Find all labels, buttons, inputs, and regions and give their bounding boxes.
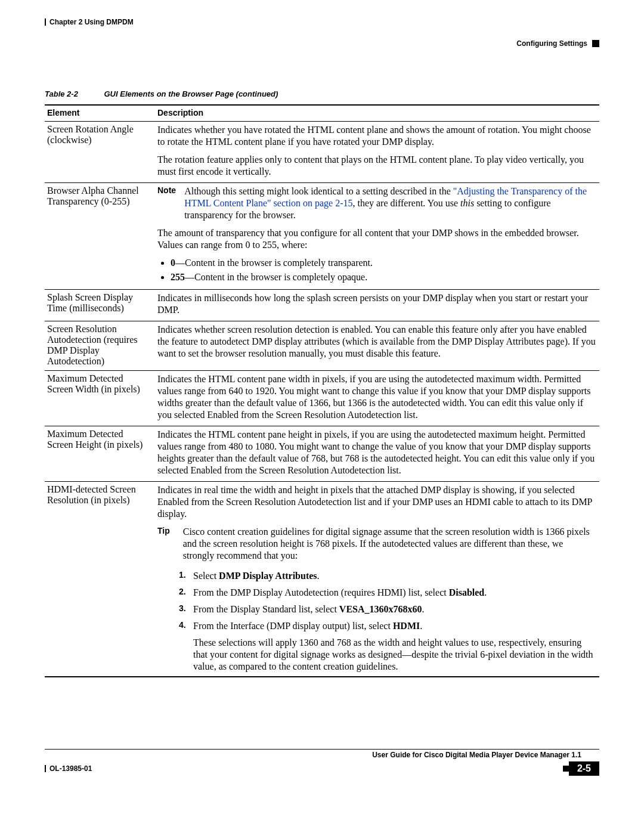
- element-cell: Splash Screen Display Time (milliseconds…: [45, 290, 155, 321]
- footer-left: OL-13985-01: [45, 764, 92, 773]
- paragraph: Indicates whether screen resolution dete…: [157, 324, 596, 360]
- table-row: Maximum Detected Screen Width (in pixels…: [45, 371, 599, 426]
- list-item: From the Display Standard list, select V…: [157, 603, 596, 615]
- running-head-right: Configuring Settings: [516, 39, 599, 48]
- bullet-text: —Content in the browser is completely tr…: [175, 258, 373, 268]
- note-emphasis: this: [460, 198, 474, 208]
- note-block: Note Although this setting might look id…: [157, 185, 596, 221]
- head-bar-icon: [45, 18, 46, 26]
- note-text: Although this setting might look identic…: [184, 186, 453, 196]
- note-body: Although this setting might look identic…: [184, 185, 596, 221]
- header-description: Description: [155, 105, 599, 122]
- table-row: Maximum Detected Screen Height (in pixel…: [45, 426, 599, 482]
- element-cell: Browser Alpha Channel Transparency (0-25…: [45, 183, 155, 290]
- paragraph: Indicates in milliseconds how long the s…: [157, 292, 596, 316]
- bullet-bold: 255: [171, 272, 185, 282]
- table-row: Browser Alpha Channel Transparency (0-25…: [45, 183, 599, 290]
- element-cell: Screen Rotation Angle (clockwise): [45, 122, 155, 183]
- step-text: From the Display Standard list, select: [193, 604, 339, 614]
- list-item: 255—Content in the browser is completely…: [171, 271, 596, 283]
- footer-book-title: User Guide for Cisco Digital Media Playe…: [45, 751, 599, 759]
- step-text: From the DMP Display Autodetection (requ…: [193, 587, 449, 597]
- bullet-text: —Content in the browser is completely op…: [185, 272, 367, 282]
- tip-body: Cisco content creation guidelines for di…: [183, 526, 596, 562]
- element-cell: Maximum Detected Screen Height (in pixel…: [45, 426, 155, 482]
- paragraph: The amount of transparency that you conf…: [157, 227, 596, 251]
- table-row: Splash Screen Display Time (milliseconds…: [45, 290, 599, 321]
- element-cell: Maximum Detected Screen Width (in pixels…: [45, 371, 155, 426]
- page-container: Chapter 2 Using DMPDM Configuring Settin…: [0, 0, 644, 800]
- description-cell: Indicates in real time the width and hei…: [155, 482, 599, 677]
- description-cell: Indicates the HTML content pane width in…: [155, 371, 599, 426]
- note-text: , they are different. You use: [352, 198, 460, 208]
- head-square-icon: [592, 40, 599, 47]
- page-number-badge: 2-5: [569, 761, 599, 776]
- description-cell: Note Although this setting might look id…: [155, 183, 599, 290]
- step-text: .: [420, 621, 422, 631]
- step-bold: Disabled: [449, 587, 485, 597]
- footer-right: 2-5: [563, 761, 599, 776]
- paragraph: Indicates whether you have rotated the H…: [157, 124, 596, 148]
- description-cell: Indicates whether screen resolution dete…: [155, 321, 599, 371]
- step-text: Select: [193, 571, 219, 581]
- description-cell: Indicates whether you have rotated the H…: [155, 122, 599, 183]
- note-label: Note: [157, 185, 176, 221]
- step-bold: DMP Display Attributes: [219, 571, 317, 581]
- ordered-steps: Select DMP Display Attributes. From the …: [157, 570, 596, 632]
- running-head-row2: Configuring Settings: [45, 26, 599, 48]
- table-row: HDMI-detected Screen Resolution (in pixe…: [45, 482, 599, 677]
- list-item: 0—Content in the browser is completely t…: [171, 257, 596, 269]
- elements-table: Element Description Screen Rotation Angl…: [45, 104, 599, 677]
- element-cell: Screen Resolution Autodetection (require…: [45, 321, 155, 371]
- table-row: Screen Rotation Angle (clockwise) Indica…: [45, 122, 599, 183]
- tip-label: Tip: [157, 526, 170, 562]
- step-text: From the Interface (DMP display output) …: [193, 621, 393, 631]
- header-element: Element: [45, 105, 155, 122]
- list-item: From the Interface (DMP display output) …: [157, 620, 596, 632]
- running-head-left: Chapter 2 Using DMPDM: [45, 18, 134, 26]
- footer-square-icon: [563, 766, 569, 772]
- table-number: Table 2-2: [45, 89, 78, 98]
- table-title: GUI Elements on the Browser Page (contin…: [104, 89, 278, 98]
- footer-bar-icon: [45, 765, 46, 772]
- paragraph: Indicates the HTML content pane width in…: [157, 373, 596, 421]
- step-bold: VESA_1360x768x60: [339, 604, 422, 614]
- table-header-row: Element Description: [45, 105, 599, 122]
- step-text: .: [422, 604, 425, 614]
- bullet-bold: 0: [171, 258, 175, 268]
- step-bold: HDMI: [393, 621, 420, 631]
- step-text: .: [317, 571, 320, 581]
- description-cell: Indicates in milliseconds how long the s…: [155, 290, 599, 321]
- table-caption: Table 2-2 GUI Elements on the Browser Pa…: [45, 89, 599, 98]
- footer-rule: [45, 749, 599, 750]
- paragraph: Indicates in real time the width and hei…: [157, 484, 596, 520]
- footer-doc-number: OL-13985-01: [49, 764, 92, 773]
- chapter-label: Chapter 2 Using DMPDM: [49, 18, 134, 26]
- page-footer: User Guide for Cisco Digital Media Playe…: [45, 749, 599, 776]
- list-item: Select DMP Display Attributes.: [157, 570, 596, 582]
- list-item: From the DMP Display Autodetection (requ…: [157, 587, 596, 599]
- step-text: .: [484, 587, 487, 597]
- table-row: Screen Resolution Autodetection (require…: [45, 321, 599, 371]
- description-cell: Indicates the HTML content pane height i…: [155, 426, 599, 482]
- footer-row: OL-13985-01 2-5: [45, 761, 599, 776]
- element-cell: HDMI-detected Screen Resolution (in pixe…: [45, 482, 155, 677]
- paragraph: The rotation feature applies only to con…: [157, 154, 596, 178]
- tip-block: Tip Cisco content creation guidelines fo…: [157, 526, 596, 562]
- running-head: Chapter 2 Using DMPDM: [45, 18, 599, 26]
- paragraph: Indicates the HTML content pane height i…: [157, 429, 596, 476]
- section-label: Configuring Settings: [516, 39, 587, 48]
- step-trailer: These selections will apply 1360 and 768…: [157, 637, 596, 673]
- bullet-list: 0—Content in the browser is completely t…: [157, 257, 596, 283]
